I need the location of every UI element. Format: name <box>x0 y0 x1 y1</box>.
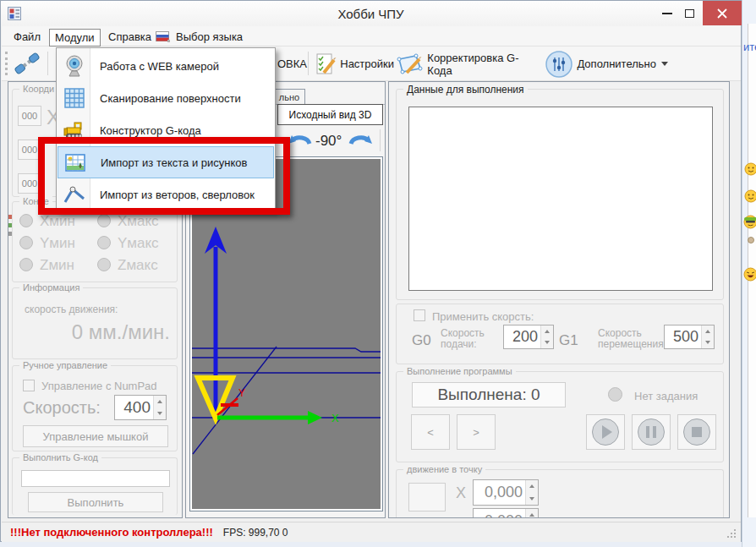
minimize-button[interactable] <box>656 1 678 25</box>
additional-label: Дополнительно <box>577 57 656 70</box>
menu-item-webcam[interactable]: Работа с WEB камерой <box>58 50 274 82</box>
move-to-point-title: движение в точку <box>403 464 485 474</box>
spinner-down-icon[interactable] <box>702 337 714 349</box>
toolbar-separator <box>47 52 48 75</box>
spinner-up-icon[interactable] <box>702 325 714 337</box>
smiley-icon <box>744 162 756 176</box>
edge-mark <box>8 215 12 219</box>
connect-button[interactable] <box>12 49 42 78</box>
move-button[interactable] <box>408 483 446 511</box>
smiley-icon <box>744 189 756 203</box>
menu-file[interactable]: Файл <box>8 29 46 45</box>
move-x-spinner[interactable]: 0,000 <box>473 479 539 506</box>
move-y-value: 0,000 <box>474 509 525 518</box>
spinner-down-icon[interactable] <box>541 337 553 349</box>
close-button[interactable] <box>703 1 742 25</box>
execution-data-group: Данные для выполнения <box>396 89 724 300</box>
task-status-label: Нет задания <box>634 390 698 402</box>
run-gcode-group-title: Выполнить G-код <box>19 452 101 462</box>
coordinates-group-title: Коорди <box>19 84 58 94</box>
menu-item-label: Конструктор G-кода <box>100 124 201 137</box>
smiley-glasses-icon <box>743 215 756 229</box>
titlebar[interactable]: Хобби ЧПУ <box>1 1 741 26</box>
info-group-title: Информация <box>19 282 83 293</box>
g1-speed-value: 500 <box>665 325 701 348</box>
execution-data-title: Данные для выполнения <box>403 84 528 96</box>
edge-mark <box>8 232 12 236</box>
spinner-up-icon[interactable] <box>526 480 538 493</box>
toolbar-grip[interactable] <box>5 52 8 75</box>
spinner-down-icon[interactable] <box>526 493 538 506</box>
y-axis-label: Y <box>238 387 245 399</box>
webcam-icon <box>63 54 86 78</box>
screen: ите Хобби ЧПУ Файл Модули Справка Выбор … <box>0 0 756 547</box>
pause-button[interactable] <box>632 414 671 450</box>
move-y-spinner[interactable]: 0,000 <box>473 508 539 518</box>
limit-indicator <box>97 236 111 249</box>
numpad-checkbox[interactable] <box>23 380 35 391</box>
view-tab[interactable]: льно <box>273 89 305 104</box>
menu-language[interactable]: Выбор языка <box>171 29 248 45</box>
prev-step-button[interactable]: < <box>411 414 450 450</box>
play-button[interactable] <box>586 414 625 450</box>
edge-mark <box>8 223 12 227</box>
reset-view-button[interactable]: Исходный вид 3D <box>277 104 383 125</box>
manual-control-group: Ручное управление Управление с NumPad Ск… <box>12 365 178 451</box>
coord-zero-button[interactable]: 000 <box>18 106 41 126</box>
right-panel: Данные для выполнения Применить скорсть:… <box>388 81 730 518</box>
g0-speed-spinner[interactable]: 200 <box>503 325 554 349</box>
move-axis-label: X <box>456 484 466 502</box>
menu-item-label: Сканирование поверхности <box>100 92 241 105</box>
gcode-correction-button[interactable]: Корректировка G-Кода <box>396 50 541 78</box>
manual-speed-value: 400 <box>115 396 153 419</box>
g0-speed-value: 200 <box>504 325 540 348</box>
settings-button[interactable]: Настройки <box>313 50 394 78</box>
mouse-control-button[interactable]: Управление мышкой <box>23 425 168 447</box>
additional-button[interactable]: Дополнительно <box>545 48 668 79</box>
spinner-down-icon[interactable] <box>154 408 166 419</box>
stop-button[interactable] <box>677 414 716 450</box>
menu-help[interactable]: Справка <box>103 29 156 45</box>
menubar: Файл Модули Справка Выбор языка <box>2 26 741 46</box>
status-fps-text: FPS: 999,70 0 <box>223 527 288 539</box>
resize-grip[interactable] <box>726 528 737 539</box>
gcode-correction-icon <box>396 52 424 77</box>
russian-flag-icon <box>156 31 171 42</box>
gcode-input[interactable] <box>21 470 170 487</box>
menu-modules[interactable]: Модули <box>49 29 101 46</box>
execution-data-textarea[interactable] <box>408 107 713 291</box>
menu-item-surface-scan[interactable]: Сканирование поверхности <box>58 82 274 114</box>
maximize-button[interactable] <box>678 1 700 25</box>
run-gcode-group: Выполнить G-код Выполнить <box>12 457 178 515</box>
sliders-icon <box>545 50 572 79</box>
move-to-point-group: движение в точку X 0,000 0,000 <box>396 469 724 518</box>
limit-indicator <box>19 236 33 249</box>
limit-label: Хмакс <box>118 213 159 230</box>
spinner-up-icon[interactable] <box>541 325 553 337</box>
g1-caption: Скоростьперемещения <box>598 328 664 350</box>
gcode-correction-label: Корректировка G-Кода <box>427 52 541 77</box>
limit-label: Zмакс <box>118 257 158 274</box>
rotate-right-icon[interactable] <box>348 130 375 150</box>
maximize-icon <box>685 9 694 18</box>
g1-speed-spinner[interactable]: 500 <box>664 325 715 349</box>
apply-speed-checkbox[interactable] <box>414 309 425 321</box>
limit-label: Yмин <box>40 235 75 252</box>
task-status-indicator <box>608 387 622 402</box>
run-gcode-button[interactable]: Выполнить <box>28 492 163 512</box>
settings-label: Настройки <box>340 57 394 70</box>
background-window: ите <box>742 0 756 547</box>
spinner-up-icon[interactable] <box>526 509 538 518</box>
rotation-angle-label: -90° <box>315 133 342 150</box>
manual-speed-spinner[interactable]: 400 <box>114 395 167 420</box>
g0-label: G0 <box>412 332 431 349</box>
spinner-up-icon[interactable] <box>154 396 166 408</box>
connector-plug-icon <box>12 49 42 78</box>
next-step-button[interactable]: > <box>457 414 496 450</box>
g1-label: G1 <box>559 332 578 349</box>
toolbar-partial-label[interactable]: ОВКА <box>277 57 307 70</box>
menu-item-label: Работа с WEB камерой <box>100 60 219 73</box>
limit-indicator <box>97 258 111 271</box>
movement-speed-value: 0 мм./мин. <box>72 320 170 344</box>
info-group: Информация скорость движения: 0 мм./мин. <box>12 287 178 359</box>
